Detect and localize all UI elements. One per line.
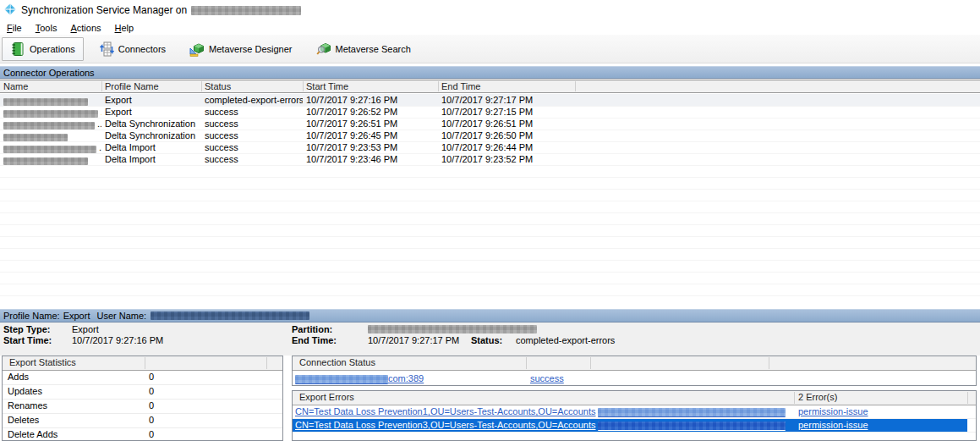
export-errors-header: Export Errors 2 Error(s) [293,391,976,405]
column-header-start-time[interactable]: Start Time [306,81,348,92]
menu-accelerator: F [7,23,13,33]
export-errors-panel: Export Errors 2 Error(s) CN=Test Data Lo… [292,390,977,441]
column-divider[interactable] [575,81,576,91]
cell-name: .. [3,141,101,153]
operation-row[interactable]: Delta Importsuccess10/7/2017 9:23:46 PM1… [0,153,980,165]
connector-operations-title: Connector Operations [3,68,95,78]
metaverse-search-icon [316,41,331,57]
toolbar-button-metaverse-search[interactable]: Metaverse Search [308,37,419,61]
cell-status: success [205,130,303,141]
statistic-row: Adds0 [3,371,282,385]
menu-accelerator: A [70,23,76,33]
toolbar-button-connectors[interactable]: Connectors [90,37,174,61]
status-label: Status: [471,335,502,345]
cell-profile-name: Delta Import [105,153,201,165]
menu-file[interactable]: File [0,22,29,34]
operation-row[interactable]: ..Exportsuccess10/7/2017 9:26:52 PM10/7/… [0,106,980,118]
operations-column-header: Name Profile Name Status Start Time End … [0,80,980,93]
cell-profile-name: Delta Synchronization [105,130,201,141]
cell-status: success [205,118,303,130]
toolbar-button-operations[interactable]: Operations [2,37,84,61]
profile-name-label: Profile Name: [3,311,60,321]
cell-profile-name: Delta Import [105,141,201,153]
partition-redacted [368,325,537,334]
cell-start-time: 10/7/2017 9:26:45 PM [306,130,438,141]
cell-name [3,130,101,141]
cell-end-time: 10/7/2017 9:26:51 PM [441,118,575,130]
statistic-value: 0 [149,385,154,398]
statistic-label: Updates [8,385,42,398]
export-statistics-header: Export Statistics [3,356,282,371]
app-diamond-icon [3,3,17,17]
cell-end-time: 10/7/2017 9:23:52 PM [441,153,575,165]
cell-profile-name: Delta Synchronization [105,118,201,130]
connectors-icon [99,41,114,57]
cell-name [3,153,101,165]
toolbar-button-label: Connectors [118,44,166,54]
run-detail-info: Step Type: Export Start Time: 10/7/2017 … [0,322,980,356]
column-header-status[interactable]: Status [205,81,231,92]
column-header-end-time[interactable]: End Time [441,81,480,92]
toolbar-button-label: Metaverse Search [336,44,411,54]
cell-status: success [205,141,303,153]
cell-end-time: 10/7/2017 9:26:44 PM [441,141,575,153]
column-divider[interactable] [438,81,439,91]
menu-actions[interactable]: Actions [63,22,107,34]
export-error-row[interactable]: CN=Test Data Loss Prevention1,OU=Users-T… [293,405,976,419]
connection-url-link[interactable]: com:389 [295,372,424,385]
statistic-row: Deletes0 [3,414,282,428]
metaverse-designer-icon [189,41,205,57]
toolbar: OperationsConnectorsMetaverse DesignerMe… [0,35,980,63]
cell-status: completed-export-errors [205,94,303,106]
operation-row[interactable]: ..Delta Synchronizationsuccess10/7/2017 … [0,118,980,130]
statistic-value: 0 [149,428,154,441]
column-divider[interactable] [201,81,202,91]
status-value: completed-export-errors [516,335,615,345]
column-header-profile[interactable]: Profile Name [105,81,159,92]
column-divider [794,392,795,404]
statistic-label: Renames [8,400,47,412]
statistic-row: Delete Adds0 [3,428,282,441]
error-object-link[interactable]: CN=Test Data Loss Prevention3,OU=Users-T… [295,419,786,431]
column-divider[interactable] [101,81,102,91]
user-name-label: User Name: [96,311,146,321]
operation-row[interactable]: Exportcompleted-export-errors10/7/2017 9… [0,94,980,106]
toolbar-button-label: Metaverse Designer [209,44,292,54]
dn-tail-redacted [598,422,786,431]
menu-bar: FileToolsActionsHelp [0,20,980,35]
column-header-name[interactable]: Name [3,81,28,92]
error-object-link[interactable]: CN=Test Data Loss Prevention1,OU=Users-T… [295,405,786,417]
cell-name: .. [3,106,101,118]
name-redacted [3,146,96,153]
title-bar: Synchronization Service Manager on [0,0,980,20]
export-statistics-title: Export Statistics [9,357,76,367]
cell-start-time: 10/7/2017 9:26:52 PM [306,106,438,118]
statistic-value: 0 [149,414,154,427]
menu-help[interactable]: Help [108,22,141,34]
statistic-label: Adds [8,371,29,383]
operation-row[interactable]: ..Delta Importsuccess10/7/2017 9:23:53 P… [0,141,980,153]
menu-tools[interactable]: Tools [29,22,64,34]
cell-start-time: 10/7/2017 9:27:16 PM [306,94,438,106]
step-type-label: Step Type: [3,324,50,334]
statistic-value: 0 [149,400,154,412]
name-redacted [3,110,98,118]
column-divider [769,357,769,369]
start-time-label: Start Time: [3,335,52,345]
toolbar-button-metaverse-designer[interactable]: Metaverse Designer [181,37,300,61]
cell-profile-name: Export [105,106,201,118]
operations-icon [10,41,25,57]
column-divider [967,392,968,404]
column-divider [266,357,267,369]
operation-row[interactable]: Delta Synchronizationsuccess10/7/2017 9:… [0,130,980,141]
user-name-redacted [151,311,309,320]
error-type-link[interactable]: permission-issue [798,405,868,417]
export-error-row[interactable]: CN=Test Data Loss Prevention3,OU=Users-T… [293,419,976,433]
export-errors-title: Export Errors [299,392,354,402]
statistic-row: Updates0 [3,385,282,400]
error-type-link[interactable]: permission-issue [798,419,868,431]
column-divider[interactable] [303,81,304,91]
cell-profile-name: Export [105,94,201,106]
name-redacted [3,134,68,141]
connection-result-link[interactable]: success [530,372,564,385]
